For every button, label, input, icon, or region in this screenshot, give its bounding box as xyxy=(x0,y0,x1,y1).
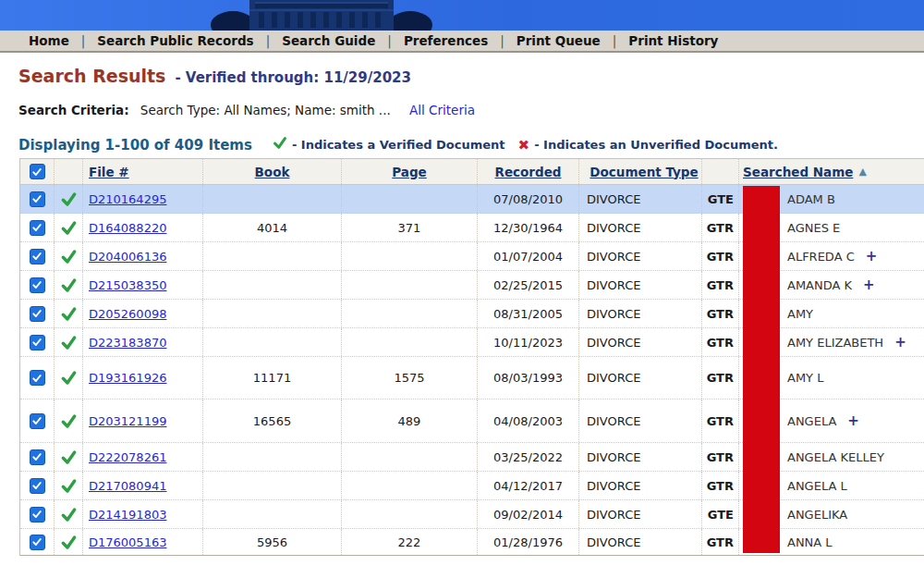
expand-plus-icon[interactable]: + xyxy=(863,277,875,293)
unverified-legend-text: - Indicates an Unverified Document. xyxy=(534,138,778,152)
select-all-checkbox[interactable] xyxy=(30,164,45,179)
nav-separator: | xyxy=(500,33,505,48)
document-type: DIVORCE xyxy=(578,500,701,528)
nav-print-history[interactable]: Print History xyxy=(628,33,718,48)
verified-icon xyxy=(60,220,78,236)
column-header-document-type[interactable]: Document Type xyxy=(590,165,698,179)
column-header-book[interactable]: Book xyxy=(255,165,290,179)
all-criteria-link[interactable]: All Criteria xyxy=(409,103,475,117)
top-banner xyxy=(0,0,924,31)
nav-separator: | xyxy=(613,33,617,48)
search-criteria-text: Search Type: All Names; Name: smith ... xyxy=(140,103,391,117)
book-value: 4014 xyxy=(202,214,341,241)
row-checkbox[interactable] xyxy=(30,220,45,236)
verified-icon xyxy=(60,535,78,550)
unverified-x-icon: ✖ xyxy=(518,137,530,154)
row-checkbox[interactable] xyxy=(30,535,45,550)
recorded-date: 03/25/2022 xyxy=(477,443,578,471)
book-value xyxy=(202,328,341,356)
recorded-date: 04/12/2017 xyxy=(477,472,578,499)
grantor-type: GTR xyxy=(701,443,738,471)
recorded-date: 08/31/2005 xyxy=(477,300,578,327)
file-number-link[interactable]: D222078261 xyxy=(89,450,166,464)
file-number-link[interactable]: D215038350 xyxy=(89,278,166,292)
row-checkbox[interactable] xyxy=(30,449,45,465)
expand-plus-icon[interactable]: + xyxy=(847,412,859,429)
verified-icon xyxy=(60,478,78,494)
grantor-type: GTR xyxy=(701,357,738,399)
row-checkbox[interactable] xyxy=(30,507,45,523)
book-value xyxy=(202,185,341,213)
searched-name: ANNA L xyxy=(787,535,833,549)
row-checkbox[interactable] xyxy=(30,370,45,386)
searched-name: ALFREDA C xyxy=(787,250,855,264)
verified-legend-text: - Indicates a Verified Document xyxy=(292,138,505,152)
page-value xyxy=(341,271,477,299)
file-number-link[interactable]: D203121199 xyxy=(89,414,166,428)
page-value: 489 xyxy=(341,400,477,442)
book-value: 5956 xyxy=(202,529,341,555)
verified-icon xyxy=(60,370,78,386)
verified-icon xyxy=(60,306,78,322)
grantor-type: GTE xyxy=(701,185,738,213)
file-number-link[interactable]: D164088220 xyxy=(89,221,166,235)
searched-name: AMY xyxy=(787,307,813,321)
document-type: DIVORCE xyxy=(578,400,701,442)
courthouse-image xyxy=(211,0,432,31)
table-row: D214191803 09/02/2014 DIVORCE GTE ANGELI… xyxy=(20,500,924,529)
document-type: DIVORCE xyxy=(578,472,701,499)
column-header-searched-name[interactable]: Searched Name xyxy=(743,165,853,179)
results-count: Displaying 1-100 of 409 Items xyxy=(18,137,252,154)
row-checkbox[interactable] xyxy=(30,335,45,350)
expand-plus-icon[interactable]: + xyxy=(894,334,906,350)
column-header-file[interactable]: File # xyxy=(89,165,129,179)
row-checkbox[interactable] xyxy=(30,413,45,429)
file-number-link[interactable]: D217080941 xyxy=(89,479,166,493)
file-number-link[interactable]: D176005163 xyxy=(89,535,166,549)
column-header-page[interactable]: Page xyxy=(392,165,426,179)
document-type: DIVORCE xyxy=(578,185,701,213)
row-checkbox[interactable] xyxy=(30,478,45,494)
file-number-link[interactable]: D193161926 xyxy=(89,371,166,385)
grantor-type: GTR xyxy=(701,472,738,499)
expand-plus-icon[interactable]: + xyxy=(866,248,878,264)
document-type: DIVORCE xyxy=(578,242,701,270)
table-row: D215038350 02/25/2015 DIVORCE GTR AMANDA… xyxy=(20,271,924,300)
row-checkbox[interactable] xyxy=(30,306,45,322)
file-number-link[interactable]: D205260098 xyxy=(89,307,166,321)
nav-separator: | xyxy=(266,33,271,48)
sort-ascending-icon: ▲ xyxy=(858,166,866,178)
recorded-date: 12/30/1964 xyxy=(477,214,578,241)
column-header-recorded[interactable]: Recorded xyxy=(495,165,562,179)
grantor-type: GTR xyxy=(701,271,738,299)
nav-search-guide[interactable]: Search Guide xyxy=(282,33,375,48)
table-header-row: File # Book Page Recorded Document Type … xyxy=(20,159,924,185)
table-row: D193161926 11171 1575 08/03/1993 DIVORCE… xyxy=(20,357,924,400)
row-checkbox[interactable] xyxy=(30,249,45,264)
main-nav: Home | Search Public Records | Search Gu… xyxy=(0,31,924,53)
recorded-date: 09/02/2014 xyxy=(477,500,578,528)
row-checkbox[interactable] xyxy=(30,277,45,293)
searched-name: ANGELIKA xyxy=(787,508,847,522)
nav-search-public-records[interactable]: Search Public Records xyxy=(97,33,253,48)
book-value xyxy=(202,242,341,270)
table-row: D176005163 5956 222 01/28/1976 DIVORCE G… xyxy=(20,529,924,555)
table-row: D210164295 07/08/2010 DIVORCE GTE ADAM B xyxy=(20,185,924,214)
nav-preferences[interactable]: Preferences xyxy=(404,33,488,48)
row-checkbox[interactable] xyxy=(30,191,45,207)
file-number-link[interactable]: D210164295 xyxy=(89,192,166,206)
file-number-link[interactable]: D214191803 xyxy=(89,508,166,522)
recorded-date: 04/08/2003 xyxy=(477,400,578,442)
nav-home[interactable]: Home xyxy=(29,33,69,48)
file-number-link[interactable]: D204006136 xyxy=(89,250,166,264)
search-criteria-label: Search Criteria: xyxy=(18,103,129,117)
page-value xyxy=(341,443,477,471)
nav-print-queue[interactable]: Print Queue xyxy=(517,33,601,48)
page-value xyxy=(341,500,477,528)
verified-icon xyxy=(60,449,78,465)
searched-name: ADAM B xyxy=(787,192,835,206)
verified-icon xyxy=(60,335,78,350)
grantor-type: GTE xyxy=(701,500,738,528)
file-number-link[interactable]: D223183870 xyxy=(89,336,166,350)
searched-name: AMY ELIZABETH xyxy=(787,336,883,350)
